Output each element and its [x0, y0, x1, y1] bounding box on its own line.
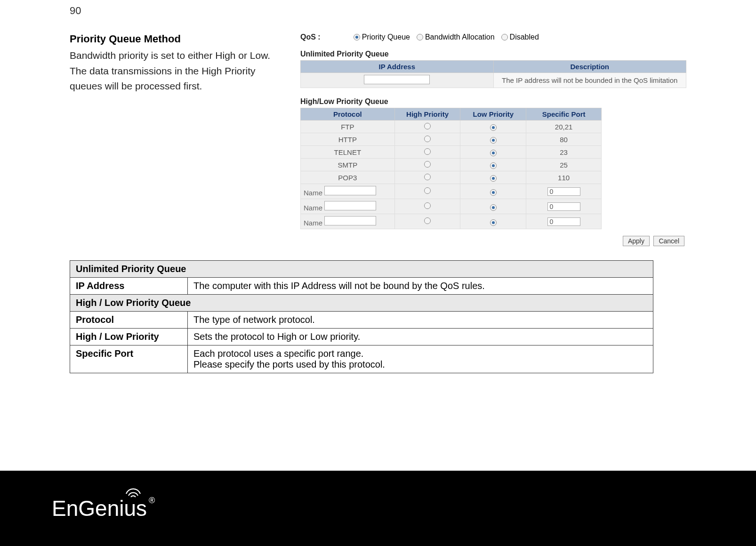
custom-name-input[interactable] — [324, 201, 376, 210]
low-priority-cell — [460, 214, 526, 229]
protocol-cell: TELNET — [301, 146, 395, 159]
radio-icon — [417, 34, 423, 40]
port-cell: 23 — [526, 146, 602, 159]
description-table: Unlimited Priority Queue IP Address The … — [70, 260, 653, 373]
custom-name-input[interactable] — [324, 186, 376, 195]
custom-name-input[interactable] — [324, 216, 376, 225]
highlow-queue-title: High/Low Priority Queue — [300, 97, 686, 106]
logo-text-part2: ius — [119, 496, 147, 521]
high-priority-cell — [394, 171, 460, 184]
desc-label: Specific Port — [70, 345, 188, 373]
radio-icon[interactable] — [424, 136, 431, 142]
col-protocol: Protocol — [301, 108, 395, 120]
logo-text: EnGen — [52, 496, 119, 521]
radio-icon[interactable] — [424, 217, 431, 224]
high-priority-cell — [394, 120, 460, 133]
port-cell: 110 — [526, 171, 602, 184]
table-row: HTTP80 — [301, 133, 602, 146]
protocol-cell: FTP — [301, 120, 395, 133]
radio-icon[interactable] — [490, 189, 497, 196]
section-heading: Priority Queue Method — [70, 33, 286, 45]
col-low-priority: Low Priority — [460, 108, 526, 120]
desc-label: High / Low Priority — [70, 329, 188, 345]
high-priority-cell — [394, 146, 460, 159]
table-row: Name 0 — [301, 214, 602, 229]
desc-value: The type of network protocol. — [188, 312, 653, 329]
low-priority-cell — [460, 120, 526, 133]
low-priority-cell — [460, 171, 526, 184]
radio-icon — [501, 34, 508, 40]
col-description: Description — [493, 61, 686, 73]
qos-option-priority-queue[interactable]: Priority Queue — [354, 33, 410, 41]
custom-name-label: Name — [304, 219, 324, 227]
low-priority-cell — [460, 159, 526, 171]
table-row: Name 0 — [301, 199, 602, 214]
radio-icon[interactable] — [490, 219, 497, 226]
wifi-icon — [125, 487, 141, 498]
table-row: Name 0 — [301, 184, 602, 199]
radio-icon[interactable] — [490, 137, 497, 144]
custom-name-label: Name — [304, 204, 324, 212]
ip-address-cell — [301, 73, 494, 88]
radio-icon[interactable] — [424, 174, 431, 180]
port-cell: 0 — [526, 184, 602, 199]
desc-label: Protocol — [70, 312, 188, 329]
description-cell: The IP address will not be bounded in th… — [493, 73, 686, 88]
radio-icon[interactable] — [490, 150, 497, 156]
col-specific-port: Specific Port — [526, 108, 602, 120]
high-priority-cell — [394, 159, 460, 171]
protocol-cell: HTTP — [301, 133, 395, 146]
radio-icon[interactable] — [424, 148, 431, 155]
desc-section-header: High / Low Priority Queue — [70, 295, 653, 312]
radio-icon — [354, 34, 360, 40]
engenius-logo: EnGen ius ® — [52, 496, 155, 521]
custom-name-label: Name — [304, 189, 324, 197]
ip-address-input[interactable] — [364, 75, 430, 84]
low-priority-cell — [460, 146, 526, 159]
low-priority-cell — [460, 133, 526, 146]
radio-icon[interactable] — [424, 202, 431, 209]
protocol-cell: POP3 — [301, 171, 395, 184]
cancel-button[interactable]: Cancel — [653, 236, 684, 246]
logo-text: ius — [119, 496, 147, 521]
high-priority-cell — [394, 214, 460, 229]
radio-icon[interactable] — [424, 187, 431, 194]
port-input[interactable]: 0 — [547, 217, 580, 226]
qos-option-disabled[interactable]: Disabled — [501, 33, 539, 41]
protocol-cell: Name — [301, 214, 395, 229]
port-cell: 25 — [526, 159, 602, 171]
protocol-cell: Name — [301, 184, 395, 199]
desc-label: IP Address — [70, 278, 188, 295]
screenshot-panel: QoS : Priority Queue Bandwidth Allocatio… — [300, 33, 686, 246]
port-cell: 80 — [526, 133, 602, 146]
option-label: Bandwidth Allocation — [425, 33, 495, 41]
desc-section-header: Unlimited Priority Queue — [70, 261, 653, 278]
port-input[interactable]: 0 — [547, 202, 580, 211]
radio-icon[interactable] — [424, 161, 431, 168]
desc-value: Sets the protocol to High or Low priorit… — [188, 329, 653, 345]
unlimited-queue-table: IP Address Description The IP address wi… — [300, 60, 686, 88]
radio-icon[interactable] — [424, 123, 431, 129]
protocol-cell: Name — [301, 199, 395, 214]
col-ip-address: IP Address — [301, 61, 494, 73]
radio-icon[interactable] — [490, 162, 497, 169]
registered-mark: ® — [149, 496, 155, 506]
option-label: Priority Queue — [362, 33, 410, 41]
port-cell: 20,21 — [526, 120, 602, 133]
port-input[interactable]: 0 — [547, 187, 580, 196]
port-cell: 0 — [526, 214, 602, 229]
desc-line: Each protocol uses a specific port range… — [193, 348, 363, 359]
qos-option-bandwidth-allocation[interactable]: Bandwidth Allocation — [417, 33, 495, 41]
apply-button[interactable]: Apply — [623, 236, 650, 246]
table-row: FTP20,21 — [301, 120, 602, 133]
radio-icon[interactable] — [490, 204, 497, 211]
table-row: POP3110 — [301, 171, 602, 184]
page-number: 90 — [70, 5, 81, 17]
radio-icon[interactable] — [490, 175, 497, 182]
desc-value: The computer with this IP Address will n… — [188, 278, 653, 295]
qos-label: QoS : — [300, 33, 321, 41]
high-priority-cell — [394, 184, 460, 199]
radio-icon[interactable] — [490, 124, 497, 131]
port-cell: 0 — [526, 199, 602, 214]
table-row: SMTP25 — [301, 159, 602, 171]
